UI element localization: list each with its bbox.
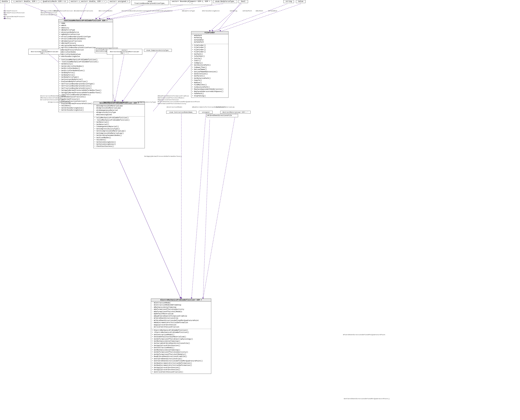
label-mpDefaultMaterialLaw: mpDefaultMaterialLaw bbox=[216, 106, 234, 108]
label-FREE: FREE bbox=[3, 14, 7, 15]
filefinder-box: FileFinder - mAbsPath - msFaking - msFak… bbox=[191, 31, 229, 98]
type-enum-bodyforce: enum BodyForceType_ bbox=[213, 0, 237, 3]
filefinder-header: FileFinder bbox=[191, 31, 228, 34]
svg-line-24 bbox=[115, 51, 125, 102]
svg-marker-13 bbox=[107, 18, 108, 19]
electro-header: ElectroMechanicsProblemDefinition< DIM > bbox=[151, 299, 211, 302]
abstract-incompressible-box: vector< AbstractIncompressibleMaterialLa… bbox=[107, 49, 142, 55]
type-c-vector-label: c_vector< double, DIM > bbox=[13, 0, 37, 2]
type-vector-unsigned-label: vector< unsigned > bbox=[110, 0, 128, 2]
label-mCompressibilityType: mCompressibilityType bbox=[138, 101, 156, 103]
unsigned-box: unsigned bbox=[199, 111, 213, 114]
label-mTractionBoundaryConditionType: mTractionBoundaryConditionType bbox=[122, 10, 149, 12]
label-mFibreSheetDirectionsDefinedPerQuadraturePoint: mFibreSheetDirectionsDefinedPerQuadratur… bbox=[158, 101, 200, 103]
label-mContractionModelOdeTimeStep: mContractionModelOdeTimeStep bbox=[40, 95, 66, 97]
label-mReadFibreSheet: mReadFibreSheetInformationFromFile bbox=[158, 95, 189, 97]
svg-line-38 bbox=[203, 120, 210, 299]
svg-line-34 bbox=[192, 113, 206, 299]
continuum-box: ContinuumMechanicsProblemDefinition< DIM… bbox=[59, 19, 113, 112]
type-value: Value bbox=[296, 0, 305, 3]
svg-line-16 bbox=[210, 4, 241, 32]
svg-line-30 bbox=[119, 159, 181, 299]
enum-contraction-box: enum ContractionModelName_ bbox=[166, 111, 196, 114]
label-GetFibreSheetDirections: GetFibreSheetDirectionsDefinedPerQuadrat… bbox=[344, 398, 390, 399]
abstract-compressible-box: vector< AbstractCompressibleMaterialLaw<… bbox=[28, 49, 61, 55]
type-vector-boundary: vector< BoundaryElement< DIM-1, DIM > * … bbox=[170, 0, 212, 5]
solid-methods: + SolidMechanicsProblemDefinition() + ~S… bbox=[94, 116, 145, 148]
type-value-label: Value bbox=[298, 0, 303, 2]
type-quadratic-mesh-label: QuadraticMesh< DIM > & bbox=[43, 0, 66, 2]
label-mNormalPressureFunction: mNormalPressureFunction bbox=[3, 12, 24, 14]
label-mDeformationAffectsConductivity: mDeformationAffectsConductivity bbox=[158, 103, 186, 105]
abstract-material-law-box: AbstractMaterialLaw< DIM > * bbox=[220, 111, 251, 114]
svg-line-20 bbox=[220, 4, 301, 32]
label-mFibreSheetDirectionsDefined: mFibreSheetDirectionsDefinedPerQuadratur… bbox=[343, 334, 385, 336]
label-mNormalPressure: mNormalPressure bbox=[3, 10, 17, 12]
filefinder-fields: - mAbsPath - msFaking - msFakeWhat - msF… bbox=[191, 34, 228, 44]
label-mConstantBodyForce: mConstantBodyForce bbox=[41, 14, 57, 15]
type-enum-bodyforce-label: enum BodyForceType_ bbox=[215, 0, 235, 2]
continuum-header: ContinuumMechanicsProblemDefinition< DIM… bbox=[59, 19, 113, 22]
type-string-label: string bbox=[286, 0, 292, 2]
label-mCrossFibreTensionFraction: mCrossFibreTensionFraction bbox=[40, 99, 64, 101]
type-bool-label: bool bbox=[241, 0, 245, 2]
type-double-label: double bbox=[2, 0, 8, 2]
fibre-directions-file-body: mFibreSheetDirectionsFile bbox=[207, 114, 238, 117]
type-vector-boundary-label: vector< BoundaryElement< DIM-1, DIM > * … bbox=[172, 0, 210, 4]
label-mCompressibleMaterialLaws: mCompressibleMaterialLaws bbox=[48, 101, 71, 103]
svg-marker-7 bbox=[80, 18, 81, 19]
label-mDirichletNodes: mDirichletNodes bbox=[99, 10, 112, 12]
type-double: double bbox=[0, 0, 10, 3]
type-enum-traction: enum TractionBoundaryConditionType_ bbox=[131, 0, 169, 5]
label-SetApplyNormalPressure: SetApplyNormalPressureOnDeformedSurface(… bbox=[144, 155, 182, 157]
svg-marker-9 bbox=[96, 18, 97, 19]
label-msFakeWhat: msFakeWhat bbox=[268, 10, 277, 12]
label-mContractionModel: mContractionModel bbox=[167, 106, 182, 108]
svg-marker-3 bbox=[64, 17, 65, 19]
label-mAbsPath: mAbsPath bbox=[256, 10, 263, 12]
label-mApplyCrossFibreTension: mApplyCrossFibreTension bbox=[158, 99, 179, 101]
label-mBodyForceType: mBodyForceType bbox=[182, 10, 195, 12]
type-string: string bbox=[283, 0, 294, 3]
type-bool: bool bbox=[238, 0, 248, 3]
type-enum-traction-label: enum TractionBoundaryConditionType_ bbox=[134, 0, 165, 4]
type-quadratic-mesh: QuadraticMesh< DIM > & bbox=[41, 0, 68, 3]
type-c-vector: c_vector< double, DIM > bbox=[12, 0, 39, 3]
label-msFaking: msFaking bbox=[230, 10, 237, 12]
label-mIncompressibleMaterialLaws: mIncompressibleMaterialLaws bbox=[104, 101, 128, 103]
label-msFakePath: msFakePath bbox=[243, 10, 252, 12]
enum-compressibility-box: enum CompressibilityType_ bbox=[144, 49, 172, 52]
solid-box: SolidMechanicsProblemDefinition< DIM > -… bbox=[93, 102, 145, 148]
svg-marker-15 bbox=[109, 18, 110, 19]
type-vector-c-vector: vector< c_vector< double, DIM > > bbox=[69, 0, 106, 3]
solid-fields: - mIncompressibleMaterialLaws - mCompres… bbox=[94, 105, 145, 116]
label-mDensity: mDensity bbox=[3, 18, 11, 19]
svg-line-26 bbox=[123, 51, 158, 102]
label-mMechanicsSolveTimestep: mMechanicsSolveTimestep bbox=[40, 97, 61, 99]
label-mBodyForceFunction: mBodyForceFunction bbox=[41, 12, 57, 14]
electro-fields: - mContractionModel - mContractionModelO… bbox=[151, 302, 211, 329]
svg-marker-11 bbox=[99, 18, 100, 19]
label-mVerboseDuringSolve: mVerboseDuringSolve bbox=[202, 10, 220, 12]
label-mElementwiseTractions: mElementwiseTractions bbox=[74, 10, 93, 12]
electro-box: ElectroMechanicsProblemDefinition< DIM >… bbox=[151, 299, 211, 374]
label-mTractionBoundaryElements: mTractionBoundaryElements bbox=[149, 10, 172, 12]
svg-line-18 bbox=[213, 4, 287, 32]
svg-line-36 bbox=[203, 113, 236, 299]
label-mOriginalNormalPressure: mOriginalNormalPressure bbox=[3, 16, 24, 17]
fibre-directions-file-box: mFibreSheetDirectionsFile bbox=[207, 114, 238, 117]
electro-methods: + ElectroMechanicsProblemDefinition() + … bbox=[151, 329, 211, 374]
label-mDeformationAffectsCellModels: mDeformationAffectsCellModels bbox=[158, 97, 184, 99]
type-vector-c-vector-label: vector< c_vector< double, DIM > > bbox=[70, 0, 104, 2]
svg-marker-5 bbox=[64, 17, 65, 19]
diagram-container: double c_vector< double, DIM > Quadratic… bbox=[0, 0, 520, 420]
type-vector-unsigned: vector< unsigned > bbox=[108, 0, 130, 3]
label-mMesh: mMesh bbox=[54, 10, 58, 12]
filefinder-methods: + FileFinder() + FileFinder() + FileFind… bbox=[191, 44, 228, 98]
